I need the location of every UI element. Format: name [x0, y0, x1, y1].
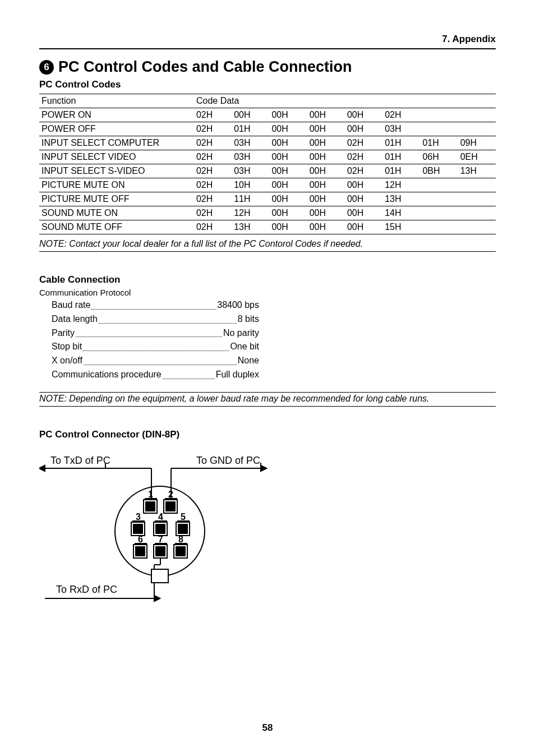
svg-rect-15	[156, 524, 165, 533]
note-codes: NOTE: Contact your local dealer for a fu…	[39, 239, 496, 252]
cell-code: 00H	[269, 206, 307, 220]
svg-rect-17	[178, 524, 187, 533]
protocol-label: Communication Protocol	[39, 288, 496, 297]
protocol-list: Baud rate38400 bpsData length8 bitsParit…	[52, 298, 496, 382]
svg-rect-7	[151, 569, 168, 583]
table-row: PICTURE MUTE OFF02H11H00H00H00H13H	[39, 192, 496, 206]
protocol-value: One bit	[230, 340, 259, 354]
cell-function: INPUT SELECT S-VIDEO	[39, 164, 194, 178]
svg-rect-13	[133, 524, 142, 533]
cell-code: 02H	[194, 108, 232, 122]
cell-code: 01H	[420, 136, 458, 150]
cell-code: 02H	[345, 164, 382, 178]
cable-connection-heading: Cable Connection	[39, 274, 496, 285]
cell-code: 03H	[232, 150, 269, 164]
main-title-text: PC Control Codes and Cable Connection	[58, 58, 352, 76]
cell-code: 03H	[382, 122, 420, 136]
cell-code: 15H	[382, 220, 420, 234]
cell-code: 02H	[382, 108, 420, 122]
table-row: INPUT SELECT S-VIDEO02H03H00H00H02H01H0B…	[39, 164, 496, 178]
table-row: POWER ON02H00H00H00H00H02H	[39, 108, 496, 122]
svg-rect-19	[136, 547, 145, 556]
protocol-row: Baud rate38400 bps	[52, 298, 259, 312]
th-codedata: Code Data	[194, 94, 496, 108]
cell-code: 00H	[345, 206, 382, 220]
cell-code	[458, 108, 496, 122]
section-number-badge: 6	[39, 60, 54, 75]
cell-code: 01H	[382, 136, 420, 150]
svg-rect-21	[156, 547, 165, 556]
cell-code: 00H	[269, 220, 307, 234]
cell-code: 02H	[194, 192, 232, 206]
protocol-value: Full duplex	[216, 368, 259, 382]
cell-code	[420, 108, 458, 122]
cell-code	[458, 122, 496, 136]
cell-code: 02H	[345, 136, 382, 150]
cell-code: 00H	[307, 164, 345, 178]
cell-code	[420, 206, 458, 220]
cell-code: 00H	[345, 122, 382, 136]
cell-code: 00H	[307, 122, 345, 136]
protocol-label-text: Communications procedure	[52, 368, 162, 382]
svg-text:3: 3	[136, 512, 141, 522]
protocol-dots	[91, 298, 216, 310]
cell-code: 06H	[420, 150, 458, 164]
cell-code: 00H	[307, 206, 345, 220]
cell-code	[458, 220, 496, 234]
cell-code	[458, 192, 496, 206]
protocol-dots	[99, 312, 237, 324]
cell-code: 11H	[232, 192, 269, 206]
table-row: SOUND MUTE OFF02H13H00H00H00H15H	[39, 220, 496, 234]
svg-rect-23	[176, 547, 185, 556]
cell-function: INPUT SELECT COMPUTER	[39, 136, 194, 150]
table-row: POWER OFF02H01H00H00H00H03H	[39, 122, 496, 136]
cell-code: 03H	[232, 136, 269, 150]
svg-text:1: 1	[148, 490, 153, 499]
cell-code	[420, 122, 458, 136]
cell-code: 00H	[345, 108, 382, 122]
cell-code: 00H	[269, 122, 307, 136]
pc-control-codes-heading: PC Control Codes	[39, 79, 496, 90]
svg-rect-11	[166, 502, 175, 511]
cell-code: 10H	[232, 178, 269, 192]
main-title: 6 PC Control Codes and Cable Connection	[39, 58, 496, 76]
pc-control-codes-table: Function Code Data POWER ON02H00H00H00H0…	[39, 94, 496, 234]
svg-text:4: 4	[158, 512, 163, 522]
cell-code: 02H	[194, 136, 232, 150]
cell-code: 0EH	[458, 150, 496, 164]
cell-code: 12H	[382, 178, 420, 192]
protocol-row: ParityNo parity	[52, 326, 259, 340]
protocol-dots	[76, 326, 222, 338]
cell-function: POWER ON	[39, 108, 194, 122]
cell-code: 01H	[232, 122, 269, 136]
cell-code: 00H	[269, 108, 307, 122]
cell-code: 13H	[232, 220, 269, 234]
protocol-dots	[84, 354, 237, 365]
gnd-label: To GND of PC	[196, 455, 260, 466]
protocol-value: No parity	[223, 326, 259, 340]
cell-code	[458, 206, 496, 220]
svg-text:5: 5	[181, 512, 186, 522]
cell-code: 14H	[382, 206, 420, 220]
protocol-label-text: Stop bit	[52, 340, 82, 354]
protocol-row: X on/offNone	[52, 354, 259, 368]
cell-code: 00H	[307, 108, 345, 122]
cell-code	[420, 192, 458, 206]
page-number: 58	[0, 722, 535, 734]
protocol-label-text: Data length	[52, 312, 98, 326]
cell-code: 03H	[232, 164, 269, 178]
cell-code: 00H	[307, 192, 345, 206]
protocol-label-text: Baud rate	[52, 298, 90, 312]
cell-code: 00H	[269, 164, 307, 178]
cell-code	[458, 178, 496, 192]
cell-code: 00H	[345, 192, 382, 206]
th-function: Function	[39, 94, 194, 108]
cell-code	[420, 178, 458, 192]
cell-code: 00H	[345, 220, 382, 234]
cell-code: 13H	[382, 192, 420, 206]
protocol-value: None	[238, 354, 259, 368]
appendix-header: 7. Appendix	[39, 34, 496, 49]
cell-code: 00H	[269, 136, 307, 150]
cell-code: 0BH	[420, 164, 458, 178]
svg-rect-9	[146, 502, 155, 511]
